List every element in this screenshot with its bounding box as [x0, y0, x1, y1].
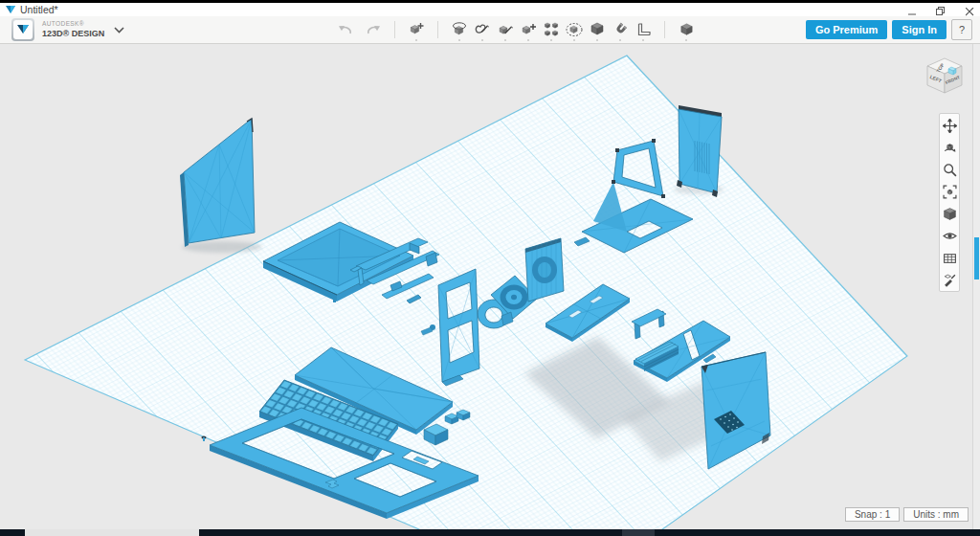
- taskbar-segment[interactable]: [622, 529, 655, 536]
- primitives-tool-button[interactable]: [450, 17, 469, 42]
- view-cube[interactable]: TOP LEFT FRONT: [923, 56, 967, 100]
- go-premium-button[interactable]: Go Premium: [806, 20, 887, 39]
- units-setting[interactable]: Units : mm: [903, 507, 969, 522]
- part-heatsink[interactable]: [525, 238, 564, 302]
- toolbar-separator: [394, 21, 395, 38]
- pan-icon[interactable]: [942, 118, 957, 133]
- window-title: Untitled*: [20, 4, 58, 15]
- view-solid-icon[interactable]: [942, 206, 957, 221]
- sign-in-button[interactable]: Sign In: [892, 20, 947, 39]
- os-taskbar: [0, 529, 980, 536]
- modify-tool-button[interactable]: [519, 17, 538, 42]
- part-screw[interactable]: [201, 436, 206, 441]
- navigation-toolbar: [939, 113, 960, 292]
- scrollbar-track[interactable]: [972, 44, 980, 529]
- status-bar: Snap : 1 Units : mm: [845, 507, 969, 522]
- snap-setting[interactable]: Snap : 1: [845, 507, 900, 522]
- main-toolbar: AUTODESK® 123D® DESIGN: [0, 16, 980, 44]
- title-bar: Untitled*: [0, 0, 980, 16]
- redo-button[interactable]: [364, 17, 383, 42]
- insert-tool-button[interactable]: [407, 17, 426, 42]
- grid-settings-icon[interactable]: [942, 250, 957, 265]
- visibility-eye-icon[interactable]: [942, 228, 957, 243]
- sketch-tool-button[interactable]: [473, 17, 492, 42]
- toolbar-separator: [664, 21, 665, 38]
- menu-chevron-icon[interactable]: [114, 27, 124, 34]
- pattern-tool-button[interactable]: [542, 17, 561, 42]
- part-back-panel[interactable]: [677, 105, 722, 197]
- zoom-icon[interactable]: [942, 162, 957, 177]
- snap-tool-button[interactable]: [611, 17, 630, 42]
- app-window: Untitled* AUTODESK® 123D® DESIGN: [0, 0, 980, 536]
- viewport-3d[interactable]: TOP LEFT FRONT: [0, 44, 980, 529]
- part-lid-panel[interactable]: [180, 119, 255, 247]
- undo-button[interactable]: [335, 17, 354, 42]
- fit-view-icon[interactable]: [942, 184, 957, 199]
- material-brush-icon[interactable]: [942, 272, 957, 287]
- taskbar-app-segment[interactable]: [25, 529, 199, 536]
- scrollbar-thumb[interactable]: [974, 237, 979, 279]
- scene-canvas: [0, 44, 980, 529]
- measure-tool-button[interactable]: [634, 17, 653, 42]
- combine-tool-button[interactable]: [588, 17, 607, 42]
- app-menu-button[interactable]: [11, 18, 34, 41]
- help-button[interactable]: ?: [951, 19, 972, 40]
- app-logo-icon: [5, 5, 16, 15]
- construct-tool-button[interactable]: [496, 17, 515, 42]
- orbit-icon[interactable]: [942, 140, 957, 155]
- grouping-tool-button[interactable]: [565, 17, 584, 42]
- view-block-tool-button[interactable]: [677, 17, 696, 42]
- brand-text: AUTODESK® 123D® DESIGN: [42, 21, 104, 38]
- toolbar-separator: [437, 21, 438, 38]
